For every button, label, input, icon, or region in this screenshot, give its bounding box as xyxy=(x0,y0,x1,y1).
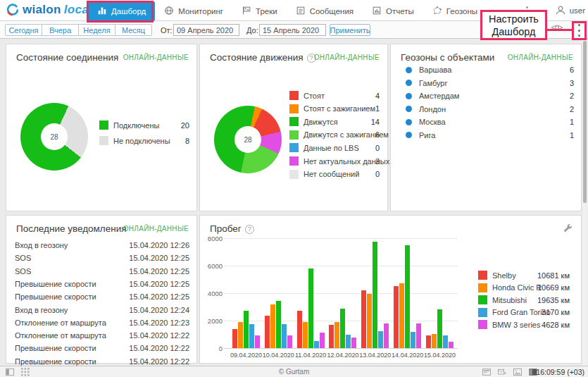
legend-item: Движутся с зажиганием6 xyxy=(289,130,380,140)
range-button-сегодня[interactable]: Сегодня xyxy=(5,24,42,36)
visibility-toggle-button[interactable] xyxy=(551,22,563,33)
tab-геозоны[interactable]: Геозоны xyxy=(423,1,487,21)
bar-shelby xyxy=(265,316,270,348)
x-axis-label: 09.04.2020 xyxy=(230,352,262,359)
bar-mitsubishi xyxy=(405,245,410,348)
report-icon xyxy=(372,6,382,17)
legend-label: Стоят с зажиганием xyxy=(304,104,375,113)
apply-button[interactable]: Применить xyxy=(330,24,370,36)
tab-треки[interactable]: Треки xyxy=(232,1,287,21)
legend-label: Стоят xyxy=(304,92,325,100)
series-total: 10669 км xyxy=(537,283,570,292)
geofence-name: Амстердам xyxy=(419,92,459,100)
bar-group: 11.04.2020 xyxy=(297,238,325,348)
series-total: 3170 км xyxy=(542,308,570,316)
notification-type: Отклонение от маршрута xyxy=(15,331,106,340)
bar-honda-civic-r xyxy=(334,322,339,348)
online-data-badge: ОНЛАЙН-ДАННЫЕ xyxy=(508,54,573,61)
mileage-bar-chart: 0200040006000800009.04.202010.04.202011.… xyxy=(230,238,456,348)
legend-item: Стоят4 xyxy=(289,91,380,100)
messages-icon xyxy=(296,6,306,17)
legend-color-swatch xyxy=(289,104,299,113)
help-icon[interactable]: ? xyxy=(245,225,254,234)
donut-total: 28 xyxy=(234,126,261,153)
mileage-panel: Пробег? 0200040006000800009.04.202010.04… xyxy=(199,215,582,364)
notification-row: Превышение скорости15.04.2020 12:25 xyxy=(15,292,189,301)
card-icon[interactable] xyxy=(482,368,491,376)
range-button-вчера[interactable]: Вчера xyxy=(42,24,79,36)
chart-settings-button[interactable] xyxy=(563,223,573,233)
geofence-count: 2 xyxy=(570,105,574,113)
legend-label: Данные по LBS xyxy=(304,144,359,152)
tab-мониторинг[interactable]: Мониторинг xyxy=(155,1,232,21)
bar-mitsubishi xyxy=(437,309,442,348)
wialon-logo: wialonlocal' xyxy=(6,3,96,17)
callout-connector-line xyxy=(547,29,573,31)
bar-honda-civic-r xyxy=(238,322,243,348)
callout-text-line2: Дашборд xyxy=(492,25,535,38)
mail-forward-icon[interactable] xyxy=(498,368,506,376)
bar-mitsubishi xyxy=(340,309,345,349)
kebab-dot xyxy=(578,24,580,26)
wialon-swirl-icon xyxy=(6,3,20,17)
x-axis-label: 12.04.2020 xyxy=(327,352,358,359)
movement-donut-chart: 28 xyxy=(214,106,282,173)
bar-ford-gran-torino xyxy=(249,324,254,348)
footer-right-icons xyxy=(482,368,537,376)
legend-item: Подключены20 xyxy=(99,120,189,130)
panel-title-text: Состояние движения xyxy=(210,52,304,63)
scrollbar-thumb[interactable] xyxy=(583,41,587,203)
bar-bmw-3-series xyxy=(416,323,421,348)
geofence-dot-icon xyxy=(406,67,412,73)
notification-time: 15.04.2020 12:22 xyxy=(129,357,189,366)
x-axis-label: 15.04.2020 xyxy=(424,352,456,359)
user-menu[interactable]: user xyxy=(555,0,585,21)
gridline xyxy=(224,348,458,349)
legend-item: Стоят с зажиганием1 xyxy=(289,104,380,113)
legend-color-swatch xyxy=(478,271,487,280)
range-button-неделя[interactable]: Неделя xyxy=(78,24,115,36)
geofence-name: Лондон xyxy=(419,105,446,113)
user-icon xyxy=(555,5,566,16)
series-name: Honda Civic R xyxy=(492,283,542,292)
tab-label: Мониторинг xyxy=(178,7,223,16)
notification-row: Вход в геозону15.04.2020 12:24 xyxy=(15,306,189,314)
panel-title-text: Пробег xyxy=(210,223,242,234)
bar-honda-civic-r xyxy=(432,334,437,349)
geofence-count: 1 xyxy=(570,118,574,126)
geofence-list-item: Лондон2 xyxy=(406,105,574,113)
chart-legend-item: Ford Gran Torino3170 км xyxy=(478,307,570,319)
geofence-dot-icon xyxy=(406,132,412,138)
geofences-panel: Геозоны с объектами ОНЛАЙН-ДАННЫЕ Варшав… xyxy=(390,44,582,211)
image-icon[interactable] xyxy=(513,368,522,376)
bar-honda-civic-r xyxy=(303,322,308,348)
legend-label: Подключены xyxy=(113,121,159,130)
bar-honda-civic-r xyxy=(270,304,275,348)
notification-time: 15.04.2020 12:25 xyxy=(129,267,189,276)
to-date-input[interactable] xyxy=(259,24,326,36)
movement-status-panel: Состояние движения? ОНЛАЙН-ДАННЫЕ 28 Сто… xyxy=(199,44,388,211)
bar-bmw-3-series xyxy=(287,335,292,349)
legend-value: 4 xyxy=(375,92,380,100)
geofence-name: Рига xyxy=(419,131,435,140)
vertical-scrollbar[interactable] xyxy=(582,39,587,366)
wrench-icon xyxy=(563,223,573,233)
range-button-месяц[interactable]: Месяц xyxy=(115,24,152,36)
eye-icon xyxy=(551,22,563,33)
dashboard-settings-button[interactable] xyxy=(575,24,582,37)
notification-type: SOS xyxy=(15,267,31,276)
to-label: До: xyxy=(246,26,258,35)
online-data-badge: ОНЛАЙН-ДАННЫЕ xyxy=(123,225,189,233)
notification-row: Превышение скорости15.04.2020 12:25 xyxy=(15,280,189,288)
series-name: Shelby xyxy=(492,271,516,280)
geofence-name: Варшава xyxy=(419,66,451,74)
x-axis-label: 10.04.2020 xyxy=(263,352,294,359)
from-date-input[interactable] xyxy=(173,24,239,36)
tab-отчеты[interactable]: Отчеты xyxy=(363,1,423,21)
bar-honda-civic-r xyxy=(367,294,372,348)
bar-ford-gran-torino xyxy=(346,335,351,349)
bar-ford-gran-torino xyxy=(378,331,383,348)
legend-label: Не подключены xyxy=(113,137,170,145)
tab-сообщения[interactable]: Сообщения xyxy=(287,1,363,21)
legend-color-swatch xyxy=(478,320,487,329)
